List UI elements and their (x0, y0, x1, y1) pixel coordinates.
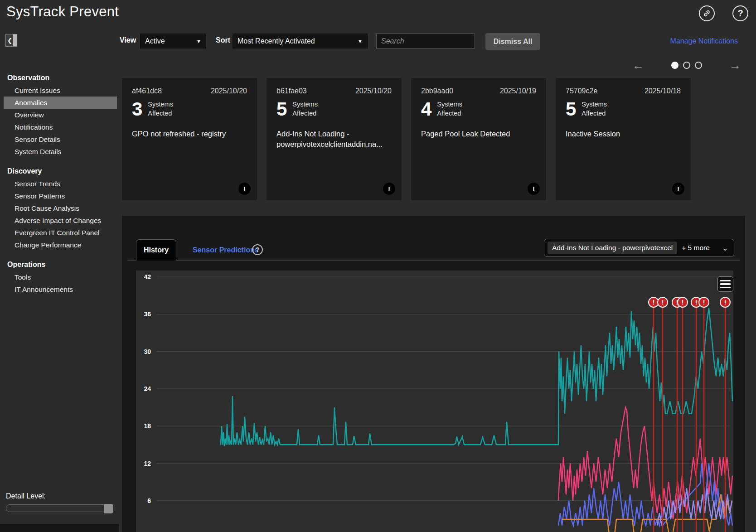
tab-history[interactable]: History (136, 239, 176, 261)
sidebar-item-adverse-impact-of-changes[interactable]: Adverse Impact of Changes (4, 214, 117, 227)
systems-affected-count: 5 (276, 100, 287, 119)
sidebar-item-evergreen-it-control-panel[interactable]: Evergreen IT Control Panel (4, 227, 117, 239)
anomaly-id: 75709c2e (566, 87, 597, 95)
chevron-down-icon: ⌄ (722, 243, 728, 253)
svg-text:!: ! (653, 299, 655, 306)
systems-affected-count: 3 (132, 100, 142, 119)
alert-icon[interactable]: ! (238, 183, 251, 195)
svg-text:30: 30 (144, 348, 151, 355)
anomaly-card[interactable]: 2bb9aad02025/10/194Systems AffectedPaged… (411, 78, 546, 200)
chevron-left-icon: ❮ (6, 37, 12, 44)
svg-text:!: ! (662, 299, 664, 306)
left-arrow-icon[interactable]: ← (632, 59, 644, 71)
svg-text:12: 12 (144, 460, 151, 467)
sidebar-item-sensor-details[interactable]: Sensor Details (4, 133, 117, 145)
systems-affected-count: 4 (421, 100, 431, 119)
collapse-bar-icon (13, 34, 17, 46)
link-icon[interactable] (699, 5, 715, 21)
detail-level-slider[interactable] (6, 504, 113, 512)
collapse-sidebar-button[interactable]: ❮ (5, 34, 17, 47)
sort-label: Sort (216, 36, 230, 44)
systems-affected-label: Systems Affected (582, 100, 613, 118)
anomaly-card[interactable]: af461dc82025/10/203Systems AffectedGPO n… (122, 78, 257, 200)
dismiss-all-button[interactable]: Dismiss All (485, 33, 540, 50)
sidebar-item-sensor-patterns[interactable]: Sensor Patterns (4, 190, 117, 202)
sensor-more-count: + 5 more (682, 244, 710, 252)
detail-level-label: Detail Level: (6, 492, 46, 500)
sort-select-value: Most Recently Activated (237, 37, 315, 45)
help-icon[interactable]: ? (732, 5, 748, 21)
card-pager: ← → (632, 58, 741, 73)
anomaly-date: 2025/10/20 (355, 87, 392, 95)
anomaly-id: b61fae03 (276, 87, 307, 95)
sidebar-item-current-issues[interactable]: Current Issues (4, 84, 117, 97)
anomaly-detail-panel: History Sensor Predictions ? Add-Ins Not… (122, 216, 745, 532)
anomaly-date: 2025/10/20 (211, 87, 247, 95)
sidebar-section-observation: Observation (4, 72, 117, 84)
sidebar-item-tools[interactable]: Tools (4, 271, 117, 283)
svg-text:36: 36 (144, 310, 151, 318)
sensor-filter-dropdown[interactable]: Add-Ins Not Loading - powerpivotexcel + … (544, 239, 734, 257)
view-label: View (120, 36, 136, 44)
sidebar-item-change-performance[interactable]: Change Performance (4, 239, 117, 251)
view-select-value: Active (145, 37, 165, 45)
systems-affected-count: 5 (566, 100, 576, 119)
pager-dot-2[interactable] (683, 62, 690, 69)
svg-text:!: ! (703, 299, 705, 306)
sidebar-item-system-details[interactable]: System Details (4, 145, 117, 158)
anomaly-card[interactable]: 75709c2e2025/10/185Systems AffectedInact… (556, 78, 691, 200)
sidebar-item-anomalies[interactable]: Anomalies (4, 97, 117, 109)
sidebar-item-notifications[interactable]: Notifications (4, 121, 117, 133)
sort-select[interactable]: Most Recently Activated ▼ (233, 34, 368, 48)
anomaly-description: GPO not refreshed - registry (122, 119, 257, 139)
caret-down-icon: ▼ (358, 39, 363, 44)
anomaly-date: 2025/10/19 (500, 87, 536, 95)
svg-text:18: 18 (144, 422, 151, 430)
manage-notifications-link[interactable]: Manage Notifications (670, 37, 738, 45)
svg-text:42: 42 (144, 273, 151, 281)
svg-text:!: ! (724, 299, 727, 306)
anomaly-description: Add-Ins Not Loading - powerpivotexcelcli… (267, 119, 402, 150)
sidebar-item-overview[interactable]: Overview (4, 109, 117, 121)
systems-affected-label: Systems Affected (437, 100, 469, 118)
sidebar-item-sensor-trends[interactable]: Sensor Trends (4, 178, 117, 190)
view-select[interactable]: Active ▼ (140, 34, 206, 48)
sidebar-item-it-announcements[interactable]: IT Announcements (4, 283, 117, 295)
horizontal-scrollbar-track[interactable] (0, 524, 119, 532)
anomaly-description: Inactive Session (556, 119, 691, 139)
pager-dot-1[interactable] (671, 62, 678, 69)
alert-icon[interactable]: ! (528, 183, 540, 195)
anomaly-id: af461dc8 (132, 87, 162, 95)
sidebar-section-operations: Operations (4, 258, 117, 271)
sidebar-item-root-cause-analysis[interactable]: Root Cause Analysis (4, 202, 117, 214)
anomaly-id: 2bb9aad0 (421, 87, 453, 95)
sensor-chip: Add-Ins Not Loading - powerpivotexcel (548, 242, 677, 254)
anomaly-description: Paged Pool Leak Detected (411, 119, 546, 139)
slider-handle[interactable] (104, 504, 113, 513)
systems-affected-label: Systems Affected (292, 100, 324, 118)
search-input[interactable] (376, 34, 475, 48)
anomaly-date: 2025/10/18 (645, 87, 681, 95)
alert-icon[interactable]: ! (383, 183, 395, 195)
right-arrow-icon[interactable]: → (729, 59, 741, 71)
sidebar-nav: ObservationCurrent IssuesAnomaliesOvervi… (4, 64, 117, 295)
svg-text:24: 24 (144, 385, 151, 392)
anomaly-card[interactable]: b61fae032025/10/205Systems AffectedAdd-I… (267, 78, 402, 200)
chart-menu-icon[interactable] (717, 276, 733, 292)
svg-text:!: ! (682, 299, 684, 306)
history-chart[interactable]: 4236302418126!!!!!!! (136, 271, 733, 532)
svg-text:6: 6 (147, 497, 151, 504)
systems-affected-label: Systems Affected (148, 100, 179, 118)
help-icon[interactable]: ? (252, 244, 263, 255)
sidebar-section-discovery: Discovery (4, 165, 117, 178)
caret-down-icon: ▼ (196, 39, 201, 44)
svg-text:!: ! (695, 299, 698, 306)
pager-dot-3[interactable] (695, 62, 702, 69)
page-title: SysTrack Prevent (6, 4, 119, 20)
alert-icon[interactable]: ! (672, 183, 684, 195)
pager-dots (671, 62, 702, 69)
